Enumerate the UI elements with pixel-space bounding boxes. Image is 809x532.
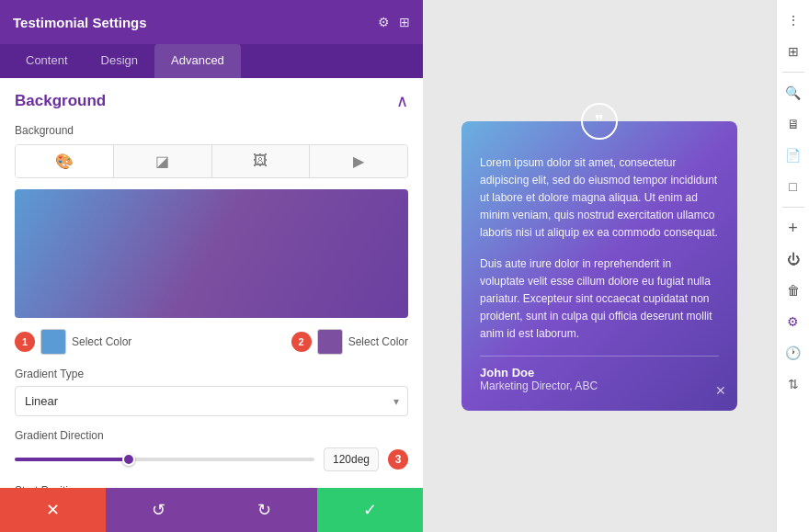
sliders-icon[interactable]: ⇅	[779, 369, 808, 399]
gradient-tab[interactable]: ◪	[114, 145, 212, 177]
page-icon[interactable]: 📄	[779, 141, 808, 170]
card-author-name: John Doe	[480, 366, 719, 379]
preview-area: ❞ Lorem ipsum dolor sit amet, consectetu…	[423, 0, 776, 532]
image-tab[interactable]: 🖼	[212, 145, 311, 177]
right-toolbar: ⋮ ⊞ 🔍 🖥 📄 □ + ⏻ 🗑 ⚙ 🕐 ⇅	[776, 0, 809, 532]
save-button[interactable]: ✓	[317, 488, 423, 532]
card-paragraph-2: Duis aute irure dolor in reprehenderit i…	[480, 255, 719, 344]
card-author-role: Marketing Director, ABC	[480, 379, 719, 392]
settings-panel: Testimonial Settings ⚙ ⊞ Content Design …	[0, 0, 423, 532]
gradient-direction-value[interactable]: 120deg	[324, 447, 379, 471]
stop-1-label[interactable]: Select Color	[72, 335, 131, 348]
background-label: Background	[15, 124, 408, 137]
expand-icon[interactable]: ⊞	[399, 15, 410, 29]
stop-2-badge: 2	[291, 332, 312, 352]
gradient-type-field: Gradient Type Linear Radial ▾	[15, 368, 408, 416]
gradient-direction-track[interactable]	[15, 458, 314, 461]
power-icon[interactable]: ⏻	[779, 244, 808, 274]
gradient-direction-field: Gradient Direction 120deg 3	[15, 429, 408, 471]
tab-advanced[interactable]: Advanced	[154, 44, 241, 78]
background-type-tabs: 🎨 ◪ 🖼 ▶	[15, 144, 408, 178]
trash-icon[interactable]: 🗑	[779, 276, 808, 305]
bottom-bar: ✕ ↺ ↻ ✓	[0, 488, 423, 532]
stop-2-label[interactable]: Select Color	[348, 335, 408, 348]
color-stop-1-group: 1 Select Color	[15, 329, 211, 355]
video-tab[interactable]: ▶	[310, 145, 407, 177]
stop-1-badge: 1	[15, 332, 35, 352]
card-paragraph-1: Lorem ipsum dolor sit amet, consectetur …	[480, 154, 719, 243]
undo-button[interactable]: ↺	[106, 488, 211, 532]
gradient-type-select[interactable]: Linear Radial	[15, 386, 408, 416]
toolbar-divider-1	[782, 72, 804, 73]
quote-icon: ❞	[581, 103, 618, 140]
gear-icon[interactable]: ⚙	[779, 307, 808, 336]
add-icon[interactable]: +	[779, 213, 808, 243]
gradient-direction-thumb[interactable]	[122, 453, 135, 466]
gradient-type-label: Gradient Type	[15, 368, 408, 380]
grid-icon[interactable]: ⊞	[779, 37, 808, 66]
section-title: Background	[15, 92, 106, 110]
header-icons: ⚙ ⊞	[378, 15, 410, 29]
gradient-direction-fill	[15, 458, 129, 461]
desktop-icon[interactable]: 🖥	[779, 109, 808, 139]
history-icon[interactable]: 🕐	[779, 338, 808, 368]
stop-2-swatch[interactable]	[317, 329, 343, 355]
more-options-icon[interactable]: ⋮	[779, 6, 808, 35]
gradient-direction-label: Gradient Direction	[15, 429, 408, 442]
tab-content[interactable]: Content	[9, 44, 85, 78]
card-close-icon[interactable]: ✕	[715, 383, 726, 398]
color-stop-2-group: 2 Select Color	[211, 329, 408, 355]
section-collapse-icon[interactable]: ∧	[396, 91, 408, 111]
gradient-preview	[15, 189, 408, 318]
testimonial-card: ❞ Lorem ipsum dolor sit amet, consectetu…	[461, 121, 737, 412]
settings-icon[interactable]: ⚙	[378, 15, 390, 29]
panel-content: Background ∧ Background 🎨 ◪ 🖼 ▶ 1 Select…	[0, 78, 423, 488]
stop-1-swatch[interactable]	[40, 329, 66, 355]
gradient-direction-reset[interactable]: 3	[388, 449, 408, 470]
redo-button[interactable]: ↻	[211, 488, 317, 532]
card-divider	[480, 356, 719, 357]
search-icon[interactable]: 🔍	[779, 78, 808, 108]
gradient-type-wrapper: Linear Radial ▾	[15, 386, 408, 416]
tab-design[interactable]: Design	[85, 44, 154, 78]
color-tab[interactable]: 🎨	[16, 145, 114, 177]
toolbar-divider-2	[782, 207, 804, 208]
module-icon[interactable]: □	[779, 172, 808, 201]
tabs-bar: Content Design Advanced	[0, 44, 423, 78]
panel-header: Testimonial Settings ⚙ ⊞	[0, 0, 423, 44]
color-stops: 1 Select Color 2 Select Color	[15, 329, 408, 355]
gradient-direction-row: 120deg 3	[15, 447, 408, 471]
panel-title: Testimonial Settings	[13, 15, 147, 30]
cancel-button[interactable]: ✕	[0, 488, 106, 532]
section-header: Background ∧	[15, 91, 408, 111]
